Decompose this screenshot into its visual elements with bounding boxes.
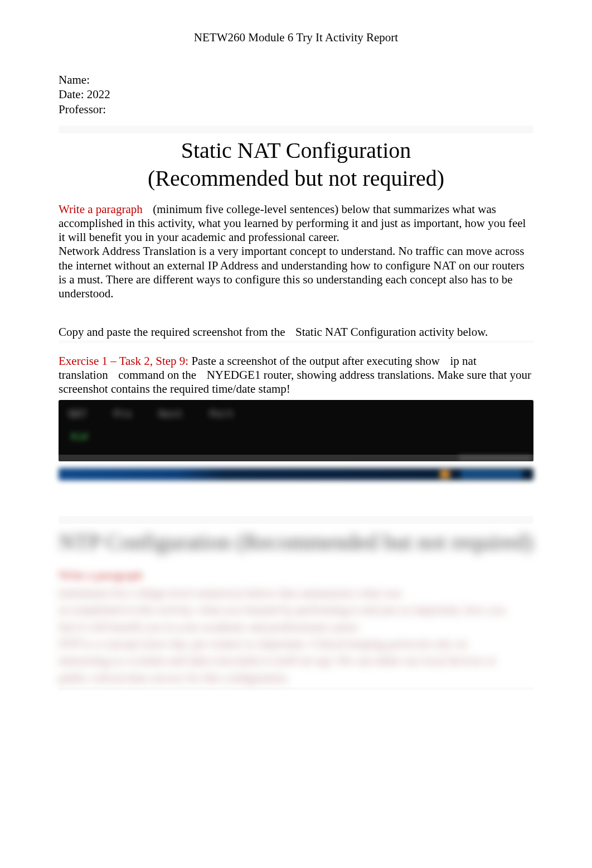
document-header: NETW260 Module 6 Try It Activity Report [59, 31, 533, 45]
terminal-col-2: Pro [114, 408, 132, 419]
terminal-scrollthumb [459, 456, 531, 460]
terminal-scrollbar [59, 455, 533, 461]
copy-paste-post: Static NAT Configuration activity below. [295, 325, 488, 339]
terminal-col-4: Port [209, 408, 233, 419]
exercise-command-on: command on the [118, 368, 196, 382]
write-paragraph-label-2: Write a paragraph [59, 568, 143, 582]
copy-paste-instruction: Copy and paste the required screenshot f… [59, 325, 533, 339]
exercise-block: Exercise 1 – Task 2, Step 9: Paste a scr… [59, 354, 533, 397]
write-paragraph-block: Write a paragraph (minimum five college-… [59, 202, 533, 245]
exercise-text-1: Paste a screenshot of the output after e… [191, 354, 440, 368]
copy-paste-pre: Copy and paste the required screenshot f… [59, 325, 285, 339]
faint-underline [59, 340, 533, 343]
blurred-line-2: accomplished in this activity, what you … [59, 601, 533, 618]
date-field: Date: 2022 [59, 87, 533, 102]
section-2-paragraph-block: Write a paragraph (minimum five college-… [59, 568, 533, 687]
terminal-col-1: NAT [69, 408, 87, 419]
divider [59, 126, 533, 133]
section-1-title-line2: (Recommended but not required) [59, 165, 533, 192]
professor-field: Professor: [59, 102, 533, 117]
document-page: NETW260 Module 6 Try It Activity Report … [0, 0, 592, 713]
taskbar-screenshot [59, 468, 533, 480]
exercise-ipnat: ip nat [450, 354, 476, 368]
exercise-translation: translation [59, 368, 108, 382]
section-1-title-line1: Static NAT Configuration [181, 138, 411, 163]
faint-underline-2 [59, 687, 533, 690]
write-paragraph-label: Write a paragraph [59, 202, 143, 216]
blurred-line-3: feel it will benefit you in your academi… [59, 619, 533, 635]
info-block: Name: Date: 2022 Professor: [59, 73, 533, 117]
terminal-screenshot: NAT Pro Host Port R1# [59, 400, 533, 461]
terminal-col-3: Host [158, 408, 182, 419]
section-2-title-line1: NTP Configuration [59, 529, 231, 554]
blurred-line-6: public critical-time servers for this co… [59, 669, 533, 686]
name-field: Name: [59, 73, 533, 87]
terminal-prompt: R1# [71, 431, 88, 442]
divider-2 [59, 516, 533, 524]
taskbar-clock-area [461, 470, 522, 479]
terminal-header-row: NAT Pro Host Port [69, 408, 523, 419]
blurred-line-5: interacting as a routine and takes (seco… [59, 652, 533, 669]
section-2-title-line2: (Recommended but not required) [236, 529, 533, 554]
section-1-title: Static NAT Configuration (Recommended bu… [59, 137, 533, 192]
exercise-router: NYEDGE1 [207, 368, 261, 382]
taskbar-orange-icon [440, 470, 450, 478]
screenshot-area: NAT Pro Host Port R1# [59, 400, 533, 480]
blurred-line-1: (minimum five college-level sentences) b… [59, 585, 533, 601]
exercise-label: Exercise 1 – Task 2, Step 9: [59, 354, 188, 368]
answer-paragraph: Network Address Translation is a very im… [59, 244, 533, 301]
blurred-body: (minimum five college-level sentences) b… [59, 585, 533, 687]
blurred-line-4: NTP is a concept (once day, per router) … [59, 635, 533, 652]
section-2-title: NTP Configuration (Recommended but not r… [59, 528, 533, 556]
document-title: NETW260 Module 6 Try It Activity Report [194, 31, 398, 44]
